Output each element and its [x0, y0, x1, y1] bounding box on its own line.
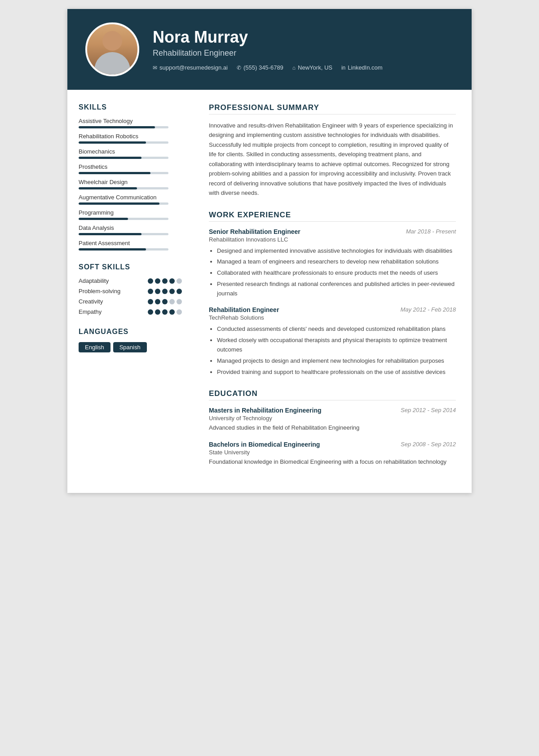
- sidebar: SKILLS Assistive Technology Rehabilitati…: [67, 90, 193, 493]
- skill-name: Data Analysis: [79, 224, 182, 231]
- contact-location: ⌂ NewYork, US: [292, 64, 332, 71]
- contact-phone: ✆ (555) 345-6789: [237, 64, 283, 71]
- job-bullet: Designed and implemented innovative assi…: [217, 246, 456, 256]
- skill-name: Prosthetics: [79, 163, 182, 170]
- dot-empty: [177, 278, 182, 284]
- linkedin-text: LinkedIn.com: [348, 64, 382, 71]
- summary-section: PROFESSIONAL SUMMARY Innovative and resu…: [209, 103, 456, 198]
- dot-filled: [169, 289, 175, 294]
- dot-filled: [148, 299, 153, 304]
- soft-skill-item: Creativity: [79, 298, 182, 305]
- job-bullet: Managed a team of engineers and research…: [217, 257, 456, 267]
- dot-filled: [155, 309, 160, 315]
- dot-filled: [169, 278, 175, 284]
- skill-bar-bg: [79, 126, 168, 128]
- dot-filled: [155, 299, 160, 304]
- dots: [148, 289, 182, 294]
- languages-title: LANGUAGES: [79, 328, 182, 336]
- skill-item: Biomechanics: [79, 148, 182, 159]
- skill-bar-bg: [79, 141, 168, 144]
- dot-filled: [162, 299, 168, 304]
- edu-school: State University: [209, 449, 456, 456]
- skill-bar-fill: [79, 126, 155, 128]
- job-item: Rehabilitation Engineer May 2012 - Feb 2…: [209, 306, 456, 377]
- skill-item: Data Analysis: [79, 224, 182, 235]
- avatar-image: [87, 24, 137, 75]
- skill-name: Programming: [79, 209, 182, 216]
- language-tag: English: [79, 342, 110, 352]
- jobs-list: Senior Rehabilitation Engineer Mar 2018 …: [209, 228, 456, 377]
- languages-section: LANGUAGES EnglishSpanish: [79, 328, 182, 352]
- location-icon: ⌂: [292, 65, 296, 71]
- edu-date: Sep 2008 - Sep 2012: [401, 441, 456, 448]
- edu-degree: Bachelors in Biomedical Engineering: [209, 441, 320, 448]
- job-header: Rehabilitation Engineer May 2012 - Feb 2…: [209, 306, 456, 313]
- skill-item: Prosthetics: [79, 163, 182, 174]
- job-bullet: Worked closely with occupational therapi…: [217, 336, 456, 355]
- edu-degree: Masters in Rehabilitation Engineering: [209, 407, 321, 414]
- header-section: Nora Murray Rehabilitation Engineer ✉ su…: [67, 9, 472, 90]
- education-title: EDUCATION: [209, 389, 456, 400]
- skill-name: Rehabilitation Robotics: [79, 133, 182, 140]
- skill-name: Augmentative Communication: [79, 194, 182, 201]
- skill-bar-bg: [79, 157, 168, 159]
- contact-linkedin: in LinkedIn.com: [341, 64, 383, 71]
- skills-list: Assistive Technology Rehabilitation Robo…: [79, 118, 182, 251]
- edu-desc: Foundational knowledge in Biomedical Eng…: [209, 457, 456, 467]
- work-section: WORK EXPERIENCE Senior Rehabilitation En…: [209, 211, 456, 377]
- soft-skill-name: Creativity: [79, 298, 137, 305]
- header-title: Rehabilitation Engineer: [153, 48, 454, 58]
- skill-bar-bg: [79, 248, 168, 251]
- skill-bar-bg: [79, 187, 168, 189]
- job-bullet: Conducted assessments of clients' needs …: [217, 325, 456, 334]
- languages-list: EnglishSpanish: [79, 342, 182, 352]
- education-section: EDUCATION Masters in Rehabilitation Engi…: [209, 389, 456, 467]
- phone-icon: ✆: [237, 65, 241, 71]
- header-contacts: ✉ support@resumedesign.ai ✆ (555) 345-67…: [153, 64, 454, 71]
- job-bullets: Conducted assessments of clients' needs …: [209, 325, 456, 377]
- skill-bar-fill: [79, 218, 128, 220]
- soft-skills-list: Adaptability Problem-solving Creativity …: [79, 277, 182, 315]
- skill-name: Biomechanics: [79, 148, 182, 155]
- dot-filled: [148, 309, 153, 315]
- job-bullet: Presented research findings at national …: [217, 280, 456, 299]
- job-bullet: Collaborated with healthcare professiona…: [217, 268, 456, 278]
- skills-title: SKILLS: [79, 103, 182, 111]
- dot-filled: [155, 278, 160, 284]
- language-tag: Spanish: [113, 342, 147, 352]
- phone-text: (555) 345-6789: [243, 64, 283, 71]
- skill-bar-bg: [79, 172, 168, 174]
- soft-skills-title: SOFT SKILLS: [79, 263, 182, 271]
- skill-name: Wheelchair Design: [79, 179, 182, 185]
- dot-filled: [148, 278, 153, 284]
- dot-empty: [177, 299, 182, 304]
- dots: [148, 299, 182, 304]
- skill-bar-bg: [79, 218, 168, 220]
- edu-school: University of Technology: [209, 415, 456, 422]
- body-section: SKILLS Assistive Technology Rehabilitati…: [67, 90, 472, 493]
- soft-skill-item: Problem-solving: [79, 288, 182, 294]
- job-header: Senior Rehabilitation Engineer Mar 2018 …: [209, 228, 456, 235]
- resume-container: Nora Murray Rehabilitation Engineer ✉ su…: [67, 9, 472, 493]
- edu-desc: Advanced studies in the field of Rehabil…: [209, 423, 456, 433]
- soft-skill-name: Empathy: [79, 308, 137, 315]
- dots: [148, 309, 182, 315]
- skill-item: Assistive Technology: [79, 118, 182, 128]
- skill-bar-fill: [79, 141, 146, 144]
- dot-filled: [162, 309, 168, 315]
- location-text: NewYork, US: [298, 64, 332, 71]
- dot-filled: [162, 278, 168, 284]
- avatar: [85, 22, 139, 76]
- dot-empty: [169, 299, 175, 304]
- skill-name: Patient Assessment: [79, 240, 182, 246]
- skill-bar-fill: [79, 187, 137, 189]
- job-date: May 2012 - Feb 2018: [400, 306, 456, 313]
- job-item: Senior Rehabilitation Engineer Mar 2018 …: [209, 228, 456, 299]
- skill-bar-bg: [79, 202, 168, 205]
- job-date: Mar 2018 - Present: [406, 228, 456, 235]
- job-bullets: Designed and implemented innovative assi…: [209, 246, 456, 299]
- skill-bar-bg: [79, 233, 168, 235]
- skill-bar-fill: [79, 202, 159, 205]
- dot-filled: [148, 289, 153, 294]
- dot-empty: [177, 309, 182, 315]
